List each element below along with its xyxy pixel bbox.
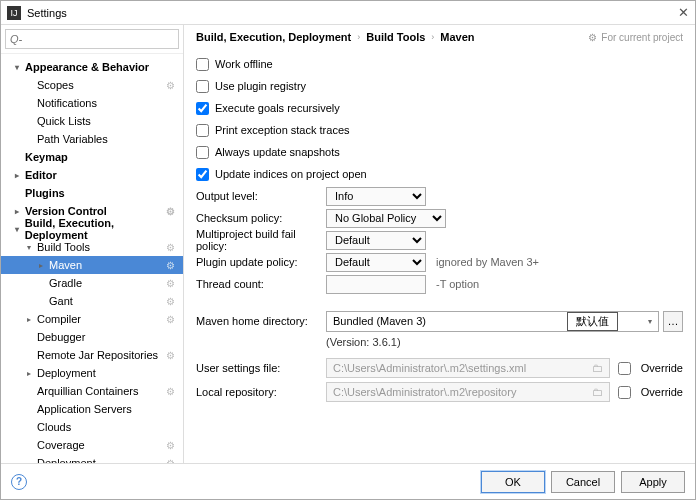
version-label: (Version: 3.6.1) [196,336,683,348]
chevron-right-icon: › [431,32,434,42]
sidebar-item-coverage[interactable]: Coverage⚙ [1,436,183,454]
sidebar-item-label: Gant [49,295,73,307]
folder-icon[interactable]: 🗀 [592,386,603,398]
exec-goals-checkbox[interactable] [196,102,209,115]
sidebar-item-label: Arquillian Containers [37,385,139,397]
checksum-select[interactable]: No Global Policy [326,209,446,228]
sidebar-item-compiler[interactable]: ▸Compiler⚙ [1,310,183,328]
breadcrumb: Build, Execution, Deployment › Build Too… [196,31,683,43]
arrow-icon: ▸ [39,261,49,270]
sidebar-item-maven[interactable]: ▸Maven⚙ [1,256,183,274]
footer: ? OK Cancel Apply [1,463,695,499]
local-repo-field[interactable]: C:\Users\Administrator\.m2\repository🗀 [326,382,610,402]
work-offline-checkbox[interactable] [196,58,209,71]
sidebar-item-remote-jar-repositories[interactable]: Remote Jar Repositories⚙ [1,346,183,364]
sidebar-item-label: Editor [25,169,57,181]
gear-icon: ⚙ [166,242,175,253]
sidebar-item-editor[interactable]: ▸Editor [1,166,183,184]
sidebar-item-appearance-behavior[interactable]: ▾Appearance & Behavior [1,58,183,76]
sidebar-item-deployment[interactable]: ▸Deployment [1,364,183,382]
folder-icon[interactable]: 🗀 [592,362,603,374]
gear-icon: ⚙ [588,32,597,43]
multifail-select[interactable]: Default [326,231,426,250]
sidebar-item-label: Keymap [25,151,68,163]
arrow-icon: ▸ [27,369,37,378]
search-box [1,25,183,54]
arrow-icon: ▾ [15,63,25,72]
sidebar-item-label: Deployment [37,367,96,379]
gear-icon: ⚙ [166,80,175,91]
sidebar-item-debugger[interactable]: Debugger [1,328,183,346]
sidebar-item-label: Gradle [49,277,82,289]
sidebar-item-label: Version Control [25,205,107,217]
window-title: Settings [27,7,678,19]
sidebar-item-scopes[interactable]: Scopes⚙ [1,76,183,94]
print-exc-checkbox[interactable] [196,124,209,137]
settings-tree: ▾Appearance & BehaviorScopes⚙Notificatio… [1,54,183,463]
override-user-settings-checkbox[interactable] [618,362,631,375]
settings-window: IJ Settings ✕ ▾Appearance & BehaviorScop… [0,0,696,500]
arrow-icon: ▾ [27,243,37,252]
arrow-icon: ▸ [15,207,25,216]
sidebar-item-build-execution-deployment[interactable]: ▾Build, Execution, Deployment [1,220,183,238]
output-level-select[interactable]: Info [326,187,426,206]
update-indices-checkbox[interactable] [196,168,209,181]
close-icon[interactable]: ✕ [678,5,689,20]
sidebar-item-label: Remote Jar Repositories [37,349,158,361]
maven-home-combo[interactable]: Bundled (Maven 3) 默认值 ▾ [326,311,659,332]
plugin-registry-checkbox[interactable] [196,80,209,93]
sidebar-item-gradle[interactable]: Gradle⚙ [1,274,183,292]
apply-button[interactable]: Apply [621,471,685,493]
sidebar-item-path-variables[interactable]: Path Variables [1,130,183,148]
help-icon[interactable]: ? [11,474,27,490]
gear-icon: ⚙ [166,386,175,397]
gear-icon: ⚙ [166,350,175,361]
annotation-label: 默认值 [567,312,618,331]
gear-icon: ⚙ [166,296,175,307]
sidebar-item-application-servers[interactable]: Application Servers [1,400,183,418]
arrow-icon: ▸ [27,315,37,324]
sidebar-item-plugins[interactable]: Plugins [1,184,183,202]
search-input[interactable] [5,29,179,49]
titlebar: IJ Settings ✕ [1,1,695,25]
user-settings-field[interactable]: C:\Users\Administrator\.m2\settings.xml🗀 [326,358,610,378]
main-panel: Build, Execution, Deployment › Build Too… [184,25,695,463]
override-local-repo-checkbox[interactable] [618,386,631,399]
arrow-icon: ▸ [15,171,25,180]
sidebar-item-label: Coverage [37,439,85,451]
sidebar-item-label: Clouds [37,421,71,433]
sidebar-item-label: Appearance & Behavior [25,61,149,73]
sidebar-item-label: Compiler [37,313,81,325]
gear-icon: ⚙ [166,458,175,464]
sidebar-item-label: Notifications [37,97,97,109]
ok-button[interactable]: OK [481,471,545,493]
gear-icon: ⚙ [166,440,175,451]
gear-icon: ⚙ [166,206,175,217]
browse-button[interactable]: … [663,311,683,332]
sidebar-item-keymap[interactable]: Keymap [1,148,183,166]
sidebar-item-arquillian-containers[interactable]: Arquillian Containers⚙ [1,382,183,400]
gear-icon: ⚙ [166,314,175,325]
sidebar-item-label: Path Variables [37,133,108,145]
chevron-right-icon: › [357,32,360,42]
cancel-button[interactable]: Cancel [551,471,615,493]
thread-count-input[interactable] [326,275,426,294]
sidebar-item-gant[interactable]: Gant⚙ [1,292,183,310]
sidebar-item-quick-lists[interactable]: Quick Lists [1,112,183,130]
sidebar-item-label: Debugger [37,331,85,343]
app-icon: IJ [7,6,21,20]
sidebar-item-label: Application Servers [37,403,132,415]
sidebar-item-label: Deployment [37,457,96,463]
sidebar-item-notifications[interactable]: Notifications [1,94,183,112]
arrow-icon: ▾ [15,225,25,234]
sidebar-item-label: Plugins [25,187,65,199]
sidebar-item-build-tools[interactable]: ▾Build Tools⚙ [1,238,183,256]
sidebar-item-deployment[interactable]: Deployment⚙ [1,454,183,463]
for-project-label: ⚙For current project [588,32,683,43]
plugin-update-select[interactable]: Default [326,253,426,272]
sidebar: ▾Appearance & BehaviorScopes⚙Notificatio… [1,25,184,463]
sidebar-item-label: Quick Lists [37,115,91,127]
sidebar-item-label: Build Tools [37,241,90,253]
always-update-checkbox[interactable] [196,146,209,159]
sidebar-item-clouds[interactable]: Clouds [1,418,183,436]
